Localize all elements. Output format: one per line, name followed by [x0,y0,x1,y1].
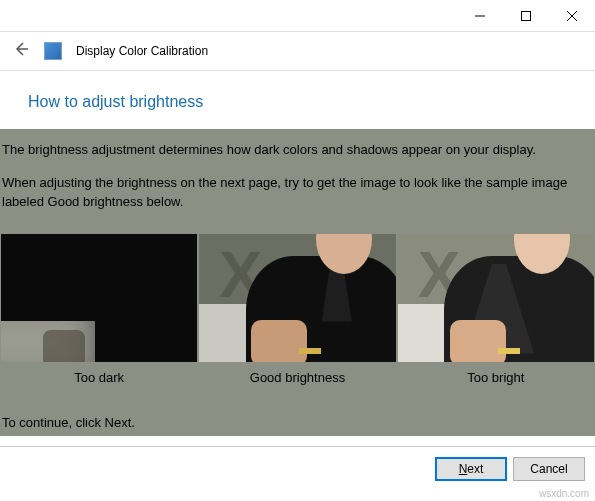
sample-row: Too dark X Good brightness X Too bright [0,234,595,391]
next-button[interactable]: Next [435,457,507,481]
page-heading: How to adjust brightness [0,71,595,129]
cancel-button[interactable]: Cancel [513,457,585,481]
maximize-button[interactable] [503,0,549,31]
sample-too-dark: Too dark [1,234,197,391]
watermark: wsxdn.com [539,488,589,499]
close-button[interactable] [549,0,595,31]
app-title: Display Color Calibration [76,44,208,58]
sample-good: X Good brightness [199,234,395,391]
svg-rect-1 [522,11,531,20]
intro-paragraph-2: When adjusting the brightness on the nex… [0,160,595,230]
window-titlebar [0,0,595,32]
sample-image-too-dark [1,234,197,362]
next-button-label: Next [459,462,484,476]
minimize-icon [475,11,485,21]
sample-image-too-bright: X [398,234,594,362]
maximize-icon [521,11,531,21]
app-icon [44,42,62,60]
intro-paragraph-1: The brightness adjustment determines how… [0,139,595,160]
back-arrow-icon [12,40,30,58]
caption-too-bright: Too bright [398,362,594,391]
continue-instruction: To continue, click Next. [0,391,595,436]
minimize-button[interactable] [457,0,503,31]
wizard-footer: Next Cancel [0,446,595,481]
sample-image-good: X [199,234,395,362]
svg-rect-5 [48,46,58,56]
sample-too-bright: X Too bright [398,234,594,391]
cancel-button-label: Cancel [530,462,567,476]
caption-good: Good brightness [199,362,395,391]
close-icon [567,11,577,21]
content-area: The brightness adjustment determines how… [0,129,595,436]
caption-too-dark: Too dark [1,362,197,391]
back-button[interactable] [12,40,30,62]
wizard-header: Display Color Calibration [0,32,595,71]
